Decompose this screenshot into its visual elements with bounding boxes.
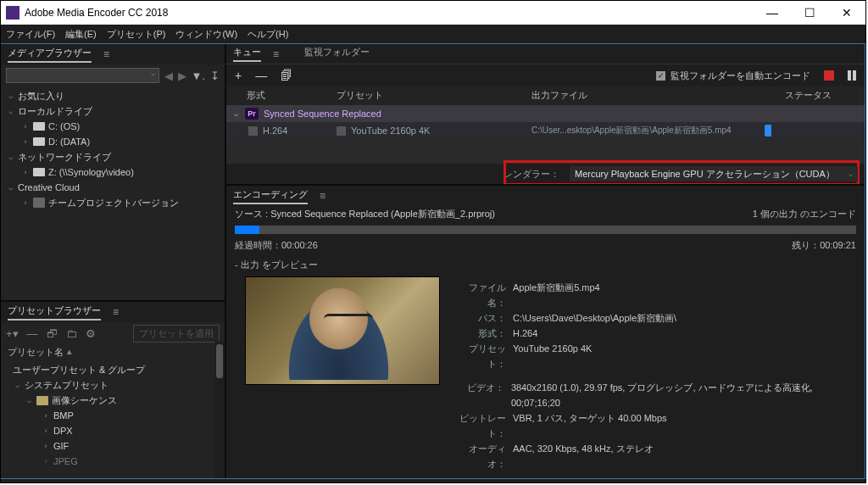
panel-menu-icon[interactable]: ≡ xyxy=(273,48,279,60)
preset-system-group[interactable]: ⌵システムプリセット xyxy=(1,377,225,393)
app-icon xyxy=(6,6,19,20)
output-checkbox[interactable] xyxy=(337,126,346,136)
elapsed-value: 00:00:26 xyxy=(281,240,318,250)
tree-network-drives[interactable]: ⌵ネットワークドライブ xyxy=(1,149,225,164)
preset-import-icon[interactable]: 🗀 xyxy=(66,327,77,340)
team-icon xyxy=(33,198,45,208)
ingest-icon[interactable]: ↧ xyxy=(210,70,220,82)
preview-section-label[interactable]: - 出力 をプレビュー xyxy=(226,254,865,276)
filter-icon[interactable]: ▼. xyxy=(192,70,205,82)
tree-z-drive[interactable]: ›Z: (\\Synology\video) xyxy=(1,164,225,180)
duplicate-icon[interactable]: 🗐 xyxy=(281,69,292,82)
auto-encode-checkbox[interactable]: ✓監視フォルダーを自動エンコード xyxy=(656,70,810,82)
source-label: ソース xyxy=(235,209,263,219)
media-browser-tree: ⌵お気に入り ⌵ローカルドライブ ›C: (OS) ›D: (DATA) ⌵ネッ… xyxy=(1,86,225,212)
queue-headers: 形式 プリセット 出力ファイル ステータス xyxy=(226,86,865,105)
add-source-icon[interactable]: + xyxy=(235,69,242,82)
preview-thumbnail xyxy=(245,276,440,385)
menu-window[interactable]: ウィンドウ(W) xyxy=(175,28,237,41)
preset-settings-icon[interactable]: ⚙ xyxy=(86,327,96,340)
panel-menu-icon[interactable]: ≡ xyxy=(320,190,326,202)
stop-button[interactable] xyxy=(824,70,834,81)
remaining-value: 00:09:21 xyxy=(820,240,856,250)
tree-team-projects[interactable]: ›チームプロジェクトバージョン xyxy=(1,195,225,210)
elapsed-label: 経過時間： xyxy=(235,240,281,250)
col-preset: プリセット xyxy=(337,89,531,102)
tree-creative-cloud[interactable]: ⌵Creative Cloud xyxy=(1,180,225,195)
preset-add-icon[interactable]: +▾ xyxy=(6,327,19,340)
tab-encoding[interactable]: エンコーディング xyxy=(233,188,308,204)
tab-watch-folders[interactable]: 監視フォルダー xyxy=(304,46,370,62)
preset-bmp[interactable]: ›BMP xyxy=(1,408,225,423)
source-value: Synced Sequence Replaced (Apple新宿動画_2.pr… xyxy=(270,209,495,219)
drive-icon xyxy=(33,122,45,131)
tab-queue[interactable]: キュー xyxy=(233,46,261,62)
menu-help[interactable]: ヘルプ(H) xyxy=(248,28,288,41)
folder-icon xyxy=(36,396,48,405)
queue-row-output[interactable]: H.264 YouTube 2160p 4K C:\User...esktop\… xyxy=(226,122,865,139)
nav-back-icon[interactable]: ◀ xyxy=(164,70,173,82)
output-checkbox[interactable] xyxy=(248,126,258,136)
chevron-down-icon: ⌵ xyxy=(849,170,853,178)
close-button[interactable]: ✕ xyxy=(828,1,865,25)
remaining-label: 残り： xyxy=(792,240,820,250)
preset-image-sequence[interactable]: ⌵画像シーケンス xyxy=(1,393,225,408)
premiere-icon: Pr xyxy=(245,108,259,120)
tab-media-browser[interactable]: メディアブラウザー xyxy=(8,47,92,63)
menubar: ファイル(F) 編集(E) プリセット(P) ウィンドウ(W) ヘルプ(H) xyxy=(1,25,865,43)
panel-menu-icon[interactable]: ≡ xyxy=(113,306,119,318)
encode-progress xyxy=(235,226,856,234)
tree-c-drive[interactable]: ›C: (OS) xyxy=(1,119,225,134)
output-count: 1 個の出力 のエンコード xyxy=(753,208,856,220)
status-progress-icon xyxy=(765,125,771,137)
menu-file[interactable]: ファイル(F) xyxy=(6,28,55,41)
apply-preset-button[interactable]: プリセットを適用 xyxy=(133,325,220,343)
preset-scrollbar[interactable] xyxy=(214,341,225,478)
menu-edit[interactable]: 編集(E) xyxy=(65,28,97,41)
queue-row-source[interactable]: ⌵ Pr Synced Sequence Replaced xyxy=(226,105,865,122)
tab-preset-browser[interactable]: プリセットブラウザー xyxy=(8,304,101,321)
mb-path-dropdown[interactable]: ⌵ xyxy=(6,68,159,83)
nav-fwd-icon[interactable]: ▶ xyxy=(178,70,186,82)
preset-remove-icon[interactable]: — xyxy=(27,327,38,340)
preset-gif[interactable]: ›GIF xyxy=(1,438,225,454)
preset-dpx[interactable]: ›DPX xyxy=(1,423,225,438)
window-title: Adobe Media Encoder CC 2018 xyxy=(25,7,754,19)
panel-menu-icon[interactable]: ≡ xyxy=(103,48,109,60)
renderer-select[interactable]: Mercury Playback Engine GPU アクセラレーション（CU… xyxy=(570,166,858,181)
remove-icon[interactable]: — xyxy=(255,69,267,82)
titlebar[interactable]: Adobe Media Encoder CC 2018 — ☐ ✕ xyxy=(1,1,865,25)
menu-preset[interactable]: プリセット(P) xyxy=(107,28,166,41)
pause-button[interactable] xyxy=(848,70,856,81)
col-status: ステータス xyxy=(752,89,865,102)
drive-icon xyxy=(33,168,45,176)
minimize-button[interactable]: — xyxy=(754,1,791,25)
preset-col-name[interactable]: プリセット名 xyxy=(8,346,64,359)
tree-d-drive[interactable]: ›D: (DATA) xyxy=(1,134,225,149)
col-output: 出力ファイル xyxy=(531,89,752,102)
tree-favorites[interactable]: ⌵お気に入り xyxy=(1,88,225,103)
preset-user-group[interactable]: ユーザープリセット & グループ xyxy=(1,362,225,377)
tree-local-drives[interactable]: ⌵ローカルドライブ xyxy=(1,103,225,119)
encode-metadata: ファイル名：Apple新宿動画5.mp4 パス：C:\Users\Dave\De… xyxy=(452,276,853,471)
drive-icon xyxy=(33,137,45,146)
col-format: 形式 xyxy=(226,89,337,102)
maximize-button[interactable]: ☐ xyxy=(791,1,828,25)
preset-sync-icon[interactable]: 🗗 xyxy=(47,327,58,340)
preset-jpeg[interactable]: ›JPEG xyxy=(1,454,225,469)
